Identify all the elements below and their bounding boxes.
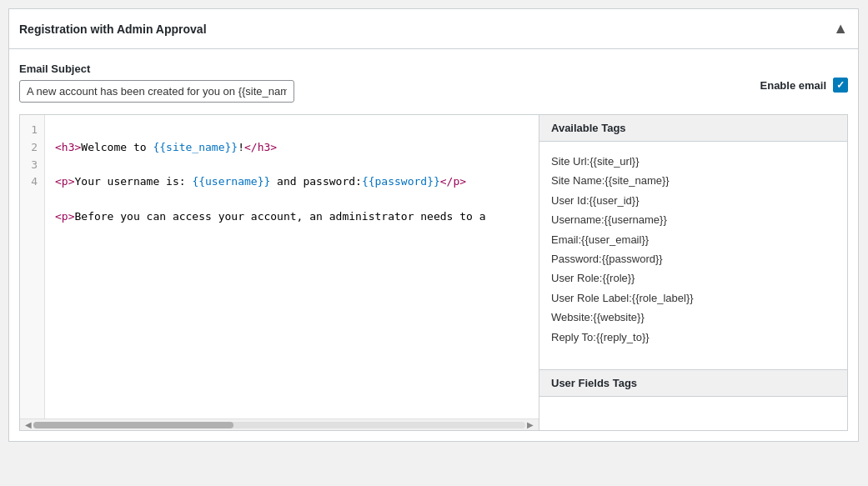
- code-line-3: <p>Before you can access your account, a…: [55, 208, 529, 226]
- email-subject-input[interactable]: [19, 80, 294, 103]
- scrollbar-track[interactable]: [33, 422, 525, 428]
- code-line-2: <p>Your username is: {{username}} and pa…: [55, 173, 529, 191]
- email-subject-left: Email Subject: [19, 63, 294, 103]
- code-content[interactable]: <h3>Welcome to {{site_name}}!</h3> <p>Yo…: [45, 115, 539, 418]
- tag-username: Username:{{username}}: [551, 210, 835, 229]
- enable-email-row: Enable email: [760, 63, 848, 93]
- scrollbar-thumb[interactable]: [33, 422, 233, 428]
- available-tags-body: Site Url:{{site_url}} Site Name:{{site_n…: [539, 142, 847, 369]
- scroll-left-arrow[interactable]: ◀: [23, 420, 33, 429]
- tag-password: Password:{{password}}: [551, 249, 835, 268]
- available-tags-header: Available Tags: [539, 115, 847, 142]
- collapse-icon[interactable]: ▲: [833, 20, 848, 38]
- line-number-4: 4: [20, 173, 44, 191]
- tag-user-role: User Role:{{role}}: [551, 268, 835, 288]
- code-line-4: [55, 243, 529, 261]
- line-number-2: 2: [20, 139, 44, 157]
- code-lines: 1 2 3 4 <h3>Welcome to {{site_name}}!</h…: [20, 115, 539, 418]
- enable-email-checkbox[interactable]: [833, 78, 848, 93]
- user-fields-header: User Fields Tags: [539, 370, 847, 397]
- panel-title: Registration with Admin Approval: [19, 23, 207, 36]
- line-numbers: 1 2 3 4: [20, 115, 45, 418]
- tag-site-name: Site Name:{{site_name}}: [551, 171, 835, 190]
- editor-container: 1 2 3 4 <h3>Welcome to {{site_name}}!</h…: [19, 114, 848, 431]
- user-fields-body: [539, 397, 847, 430]
- tag-site-url: Site Url:{{site_url}}: [551, 152, 835, 171]
- scroll-right-arrow[interactable]: ▶: [525, 420, 535, 429]
- code-scrollbar[interactable]: ◀ ▶: [20, 418, 539, 430]
- line-number-3: 3: [20, 157, 44, 174]
- panel-header: Registration with Admin Approval ▲: [9, 9, 858, 49]
- code-area: 1 2 3 4 <h3>Welcome to {{site_name}}!</h…: [20, 115, 539, 430]
- tag-user-role-label: User Role Label:{{role_label}}: [551, 288, 835, 308]
- enable-email-label: Enable email: [760, 79, 826, 92]
- user-fields-section: User Fields Tags: [539, 369, 847, 430]
- tag-email: Email:{{user_email}}: [551, 230, 835, 249]
- panel-body: Email Subject Enable email 1 2 3 4 <h3>W…: [9, 49, 858, 441]
- tags-panel: Available Tags Site Url:{{site_url}} Sit…: [539, 115, 847, 430]
- email-subject-label: Email Subject: [19, 63, 294, 75]
- tag-website: Website:{{website}}: [551, 308, 835, 327]
- tag-user-id: User Id:{{user_id}}: [551, 191, 835, 210]
- code-line-1: <h3>Welcome to {{site_name}}!</h3>: [55, 139, 529, 157]
- line-number-1: 1: [20, 122, 44, 139]
- registration-panel: Registration with Admin Approval ▲ Email…: [8, 8, 859, 442]
- tag-reply-to: Reply To:{{reply_to}}: [551, 328, 835, 347]
- email-subject-row: Email Subject Enable email: [19, 63, 848, 103]
